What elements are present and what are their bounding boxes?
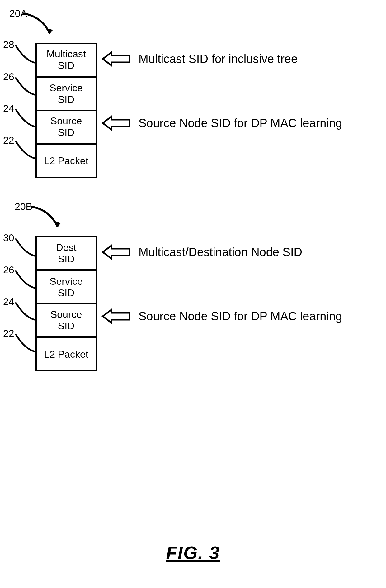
figure-page: 20A Multicast SID Service SID Source SID… [0, 0, 386, 588]
cell-a-source: Source SID [37, 110, 96, 144]
cell-b-dest-l2: SID [58, 253, 74, 265]
svg-marker-0 [46, 28, 53, 34]
annot-a-top: Multicast SID for inclusive tree [139, 52, 298, 66]
curve-a-24 [14, 108, 37, 129]
num-b-26: 26 [3, 264, 14, 276]
annot-b-top: Multicast/Destination Node SID [139, 246, 302, 259]
curve-b-26 [14, 269, 37, 291]
curve-b-24 [14, 301, 37, 323]
cell-a-multicast-l2: SID [58, 60, 74, 71]
num-a-26: 26 [3, 71, 14, 83]
svg-marker-3 [54, 221, 61, 227]
cell-a-source-l2: SID [58, 127, 74, 138]
cell-b-source: Source SID [37, 304, 96, 338]
curve-a-26 [14, 76, 37, 98]
arrow-b-top [103, 244, 131, 261]
svg-marker-4 [103, 246, 129, 259]
figure-caption: FIG. 3 [0, 542, 386, 563]
cell-a-service-l1: Service [49, 82, 83, 94]
cell-a-l2: L2 Packet [37, 144, 96, 177]
svg-marker-2 [103, 117, 129, 130]
id-arrow-b [30, 205, 64, 235]
curve-b-22 [14, 332, 37, 354]
annot-a-source: Source Node SID for DP MAC learning [139, 117, 342, 130]
cell-b-service-l2: SID [58, 287, 74, 299]
cell-a-source-l1: Source [50, 115, 82, 127]
annot-b-source: Source Node SID for DP MAC learning [139, 310, 342, 323]
cell-a-multicast-l1: Multicast [46, 48, 86, 60]
cell-b-l2-l1: L2 Packet [44, 349, 88, 360]
cell-b-l2: L2 Packet [37, 338, 96, 370]
svg-marker-1 [103, 52, 129, 65]
stack-b: Dest SID Service SID Source SID L2 Packe… [35, 236, 97, 371]
num-b-24: 24 [3, 296, 14, 308]
num-b-22: 22 [3, 328, 14, 339]
num-a-28: 28 [3, 39, 14, 50]
cell-b-source-l2: SID [58, 320, 74, 332]
cell-a-service-l2: SID [58, 94, 74, 105]
cell-a-service: Service SID [37, 77, 96, 110]
svg-marker-5 [103, 310, 129, 323]
num-a-22: 22 [3, 135, 14, 146]
num-b-30: 30 [3, 232, 14, 244]
arrow-b-source [103, 308, 131, 325]
id-label-a: 20A [9, 8, 27, 19]
cell-a-l2-l1: L2 Packet [44, 155, 88, 167]
cell-b-dest: Dest SID [37, 237, 96, 271]
cell-b-service: Service SID [37, 271, 96, 304]
cell-b-service-l1: Service [49, 276, 83, 287]
arrow-a-source [103, 115, 131, 131]
curve-a-28 [14, 44, 37, 65]
curve-b-30 [14, 237, 37, 259]
cell-b-source-l1: Source [50, 309, 82, 320]
id-label-b: 20B [15, 201, 32, 213]
arrow-a-top [103, 50, 131, 67]
stack-a: Multicast SID Service SID Source SID L2 … [35, 43, 97, 178]
curve-a-22 [14, 139, 37, 161]
num-a-24: 24 [3, 103, 14, 114]
cell-b-dest-l1: Dest [56, 242, 77, 253]
cell-a-multicast: Multicast SID [37, 44, 96, 77]
